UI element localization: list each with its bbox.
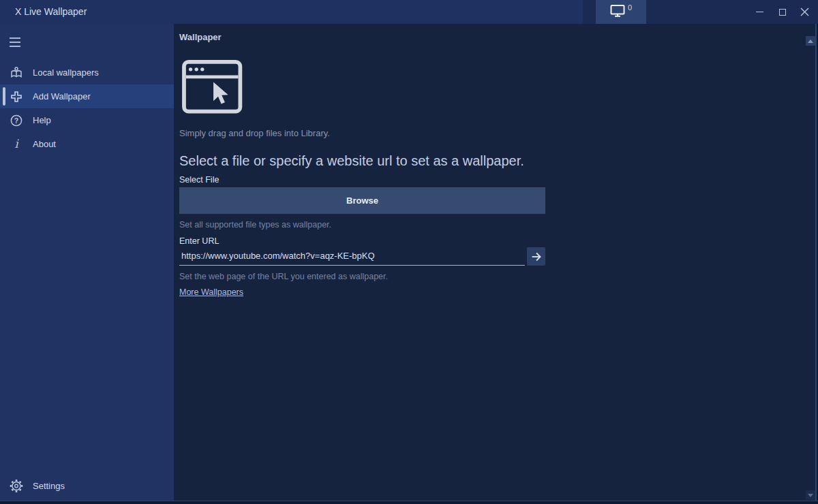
hamburger-icon — [10, 37, 20, 39]
maximize-icon — [779, 9, 786, 16]
sidebar-item-add-wallpaper[interactable]: Add Wallpaper — [0, 84, 174, 108]
library-icon — [10, 66, 23, 80]
sidebar-item-about[interactable]: i About — [0, 132, 174, 156]
add-icon — [10, 90, 23, 104]
monitor-count-button[interactable]: 0 — [596, 0, 646, 24]
window-bottom-border — [0, 501, 818, 504]
sidebar-item-settings[interactable]: Settings — [0, 474, 174, 498]
close-icon — [800, 7, 809, 16]
scrollbar-up-button[interactable] — [806, 36, 815, 46]
app-title: X Live Wallpaper — [15, 0, 87, 24]
enter-url-label: Enter URL — [179, 236, 818, 246]
sidebar-item-label: About — [33, 139, 56, 149]
scroll-down-icon — [808, 494, 813, 497]
main-content: Wallpaper Simply drag and drop files int… — [174, 24, 818, 501]
browse-button[interactable]: Browse — [179, 187, 545, 214]
hamburger-menu-button[interactable] — [0, 30, 33, 54]
drag-drop-window-icon — [181, 59, 818, 124]
sidebar-item-label: Settings — [33, 481, 65, 491]
svg-text:?: ? — [14, 116, 18, 124]
app-body: Local wallpapers Add Wallpaper ? Hel — [0, 24, 818, 501]
url-submit-button[interactable] — [527, 247, 545, 266]
more-wallpapers-link[interactable]: More Wallpapers — [179, 287, 243, 297]
monitor-count-badge: 0 — [628, 3, 632, 12]
about-icon: i — [10, 138, 23, 151]
sidebar-item-local-wallpapers[interactable]: Local wallpapers — [0, 61, 174, 84]
close-button[interactable] — [793, 0, 816, 24]
scroll-up-icon — [808, 40, 813, 43]
select-file-label: Select File — [179, 175, 818, 185]
maximize-button[interactable] — [771, 0, 793, 24]
window-right-border — [815, 24, 818, 501]
window-controls — [748, 0, 816, 24]
arrow-right-icon — [529, 249, 544, 264]
sidebar-item-help[interactable]: ? Help — [0, 108, 174, 132]
scrollbar-down-button[interactable] — [806, 490, 815, 500]
drag-drop-hint: Simply drag and drop files into Library. — [179, 128, 818, 138]
sidebar-item-label: Local wallpapers — [33, 67, 99, 78]
titlebar: X Live Wallpaper 0 — [0, 0, 818, 24]
monitor-icon — [610, 4, 625, 20]
browse-hint: Set all supported file types as wallpape… — [179, 220, 818, 230]
minimize-icon — [756, 12, 763, 12]
sidebar-item-label: Add Wallpaper — [33, 91, 91, 101]
headline: Select a file or specify a website url t… — [179, 153, 818, 169]
url-hint: Set the web page of the URL you entered … — [179, 272, 818, 281]
gear-icon — [10, 479, 23, 493]
url-input[interactable] — [179, 247, 525, 266]
page-title: Wallpaper — [179, 32, 818, 42]
sidebar-item-label: Help — [33, 115, 51, 125]
help-icon: ? — [10, 114, 23, 127]
minimize-button[interactable] — [748, 0, 771, 24]
sidebar: Local wallpapers Add Wallpaper ? Hel — [0, 24, 174, 501]
app-window: X Live Wallpaper 0 — [0, 0, 818, 504]
url-row — [179, 247, 545, 266]
